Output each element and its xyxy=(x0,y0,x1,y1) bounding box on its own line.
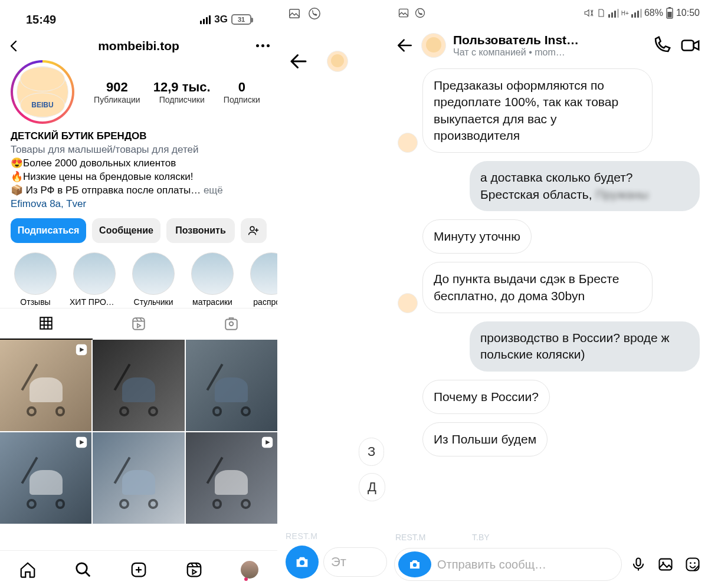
chat-header: Пользователь Inst… Чат с компанией • mom… xyxy=(389,22,708,68)
nav-reels-icon[interactable] xyxy=(185,561,203,579)
post-thumbnail[interactable] xyxy=(186,340,277,431)
call-button[interactable]: Позвонить xyxy=(166,218,235,243)
partial-chat-screen: З Д REST.M Эт xyxy=(283,0,389,588)
bio-line: 📦 Из РФ в РБ отправка после оплаты… xyxy=(11,185,201,196)
follow-button[interactable]: Подписаться xyxy=(11,218,86,243)
message-them[interactable]: До пункта выдачи сдэк в Бресте бесплатно… xyxy=(422,262,653,313)
tab-reels[interactable] xyxy=(93,308,185,340)
video-icon[interactable] xyxy=(678,35,702,55)
stat-posts[interactable]: 902 Публикации xyxy=(94,80,140,104)
post-thumbnail[interactable] xyxy=(0,432,91,524)
battery-icon xyxy=(666,7,674,19)
bottom-nav xyxy=(0,550,277,588)
mic-icon[interactable] xyxy=(628,554,649,575)
status-bar: H+ 68% 10:50 xyxy=(389,0,708,22)
status-bar xyxy=(283,0,389,27)
instagram-profile-screen: 15:49 3G 31 mombeibi.top BEIBU 902 Публи… xyxy=(0,0,277,588)
post-thumbnail[interactable] xyxy=(0,340,91,431)
chat-avatar[interactable] xyxy=(327,51,348,72)
signal-icon xyxy=(200,15,211,24)
profile-username[interactable]: mombeibi.top xyxy=(98,39,179,53)
bio-line: 😍Более 2000 довольных клиентов xyxy=(11,157,267,170)
stat-followers[interactable]: 12,9 тыс. Подписчики xyxy=(153,80,211,104)
message-input[interactable]: Отправить сообщ… xyxy=(394,548,622,581)
bio-name: ДЕТСКИЙ БУТИК БРЕНДОВ xyxy=(11,130,267,143)
profile-tabs xyxy=(0,308,277,340)
tab-grid[interactable] xyxy=(0,308,93,340)
svg-rect-15 xyxy=(668,7,671,8)
tab-tagged[interactable] xyxy=(185,308,277,340)
profile-bio: ДЕТСКИЙ БУТИК БРЕНДОВ Товары для малышей… xyxy=(0,126,277,212)
avatar-label: BEIBU xyxy=(20,93,65,117)
chat-input-bar: Отправить сообщ… xyxy=(394,548,703,581)
message-input[interactable]: Эт xyxy=(323,547,387,577)
image-icon[interactable] xyxy=(655,554,676,575)
bio-category[interactable]: Товары для малышей/товары для детей xyxy=(11,143,267,157)
bio-address[interactable]: Efimova 8a, Tver xyxy=(11,198,267,211)
highlight-item[interactable]: Отзывы xyxy=(11,252,60,307)
svg-point-10 xyxy=(309,8,320,19)
message-them[interactable]: Из Польши будем xyxy=(422,422,548,456)
more-icon[interactable] xyxy=(256,44,270,48)
post-thumbnail[interactable] xyxy=(93,432,184,524)
message-them[interactable]: Почему в России? xyxy=(422,380,550,414)
stat-following[interactable]: 0 Подписки xyxy=(224,80,260,104)
svg-point-18 xyxy=(413,563,417,567)
svg-point-11 xyxy=(300,560,304,565)
camera-button[interactable] xyxy=(398,551,431,577)
message-them[interactable]: Минуту уточню xyxy=(422,219,532,254)
post-thumbnail[interactable] xyxy=(186,432,277,524)
back-icon[interactable] xyxy=(288,51,309,72)
profile-avatar[interactable]: BEIBU xyxy=(11,60,74,124)
nav-create-icon[interactable] xyxy=(130,561,148,579)
message-peek: Д xyxy=(359,473,385,501)
bio-more[interactable]: ещё xyxy=(204,185,223,196)
svg-point-6 xyxy=(77,563,87,573)
nav-search-icon[interactable] xyxy=(74,561,92,579)
message-me[interactable]: производство в России? вроде ж польские … xyxy=(470,321,700,372)
posts-grid xyxy=(0,340,277,524)
svg-rect-1 xyxy=(225,320,237,330)
status-bar: 15:49 3G 31 xyxy=(0,0,277,33)
signal-icon xyxy=(608,9,619,18)
watermark-text: REST.M xyxy=(395,533,425,542)
messages-list[interactable]: Предзаказы оформляются по предоплате 100… xyxy=(389,68,708,456)
svg-rect-9 xyxy=(290,9,300,18)
mute-icon xyxy=(584,8,594,18)
svg-rect-20 xyxy=(660,559,672,570)
highlight-item[interactable]: матрасики xyxy=(188,252,237,307)
notification-dot xyxy=(244,577,248,581)
highlight-item[interactable]: ХИТ ПРОД… xyxy=(70,252,119,307)
nav-profile-icon[interactable] xyxy=(241,561,258,579)
nav-home-icon[interactable] xyxy=(19,561,37,579)
phone-icon[interactable] xyxy=(651,35,671,55)
svg-rect-12 xyxy=(399,9,408,17)
chat-avatar[interactable] xyxy=(421,33,446,58)
status-time: 15:49 xyxy=(26,13,56,27)
highlights-row[interactable]: Отзывы ХИТ ПРОД… Стульчики матрасики рас… xyxy=(0,249,277,308)
reel-icon xyxy=(261,436,274,449)
back-icon[interactable] xyxy=(395,36,414,55)
chat-screen: H+ 68% 10:50 Пользователь Inst… Чат с ко… xyxy=(389,0,708,588)
chat-title[interactable]: Пользователь Inst… Чат с компанией • mom… xyxy=(453,33,644,58)
svg-rect-17 xyxy=(682,41,694,51)
svg-rect-8 xyxy=(188,563,201,576)
sender-avatar xyxy=(398,133,418,153)
signal-icon xyxy=(631,9,642,18)
viber-icon xyxy=(414,7,426,19)
svg-point-13 xyxy=(416,9,425,18)
sticker-icon[interactable] xyxy=(682,554,703,575)
svg-rect-0 xyxy=(133,318,145,330)
message-button[interactable]: Сообщение xyxy=(92,218,160,243)
message-me[interactable]: а доставка сколько будет? Брестская обла… xyxy=(470,161,700,211)
camera-button[interactable] xyxy=(286,546,319,579)
highlight-item[interactable]: распрода xyxy=(247,252,277,307)
add-user-button[interactable] xyxy=(241,218,267,243)
svg-rect-22 xyxy=(687,559,699,571)
highlight-item[interactable]: Стульчики xyxy=(129,252,178,307)
sim-icon xyxy=(596,8,606,18)
message-them[interactable]: Предзаказы оформляются по предоплате 100… xyxy=(422,68,653,153)
back-icon[interactable] xyxy=(7,39,21,53)
post-thumbnail[interactable] xyxy=(93,340,184,431)
svg-point-2 xyxy=(229,322,233,326)
